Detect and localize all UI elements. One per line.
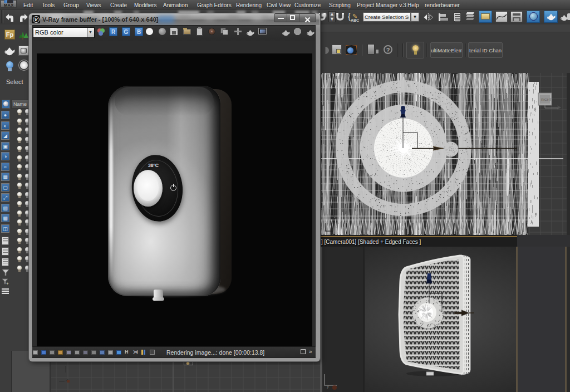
- svg-text:RIGHT: RIGHT: [541, 98, 552, 101]
- svg-text:y: y: [327, 384, 329, 389]
- svg-text:] [Front ] [ Wireframe ]: ] [Front ] [ Wireframe ]: [323, 74, 377, 80]
- svg-text:+: +: [6, 281, 9, 286]
